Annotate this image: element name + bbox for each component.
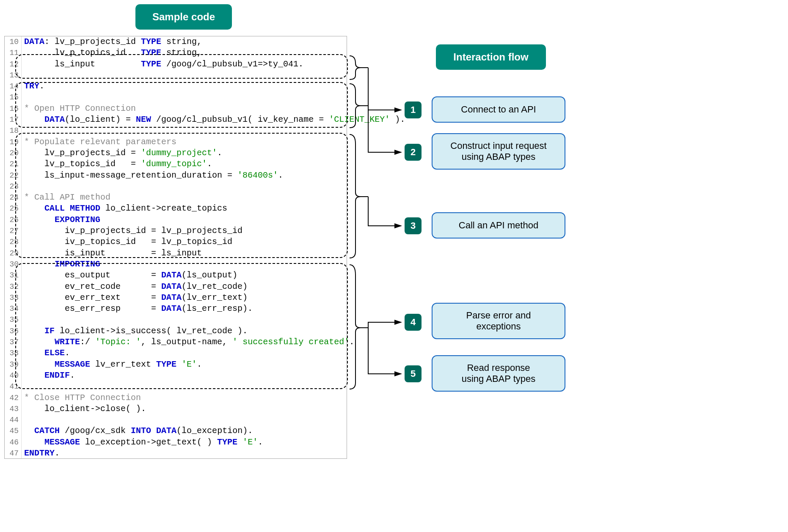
step-badge-4: 4 — [405, 314, 422, 331]
flow-step-2-label: Construct input request using ABAP types — [450, 140, 546, 162]
step-badge-3: 3 — [405, 217, 422, 234]
flow-step-5-label: Read response using ABAP types — [462, 362, 536, 384]
flow-step-4: Parse error and exceptions — [432, 303, 565, 339]
flow-step-4-label: Parse error and exceptions — [466, 310, 531, 332]
step-badge-2: 2 — [405, 144, 422, 161]
flow-step-2: Construct input request using ABAP types — [432, 133, 565, 170]
flow-step-1: Connect to an API — [432, 96, 565, 123]
line-number-gutter: 1011121314151617181920212223242526272829… — [5, 36, 22, 458]
flow-step-3: Call an API method — [432, 212, 565, 239]
step-badge-1: 1 — [405, 101, 422, 118]
code-content: DATA: lv_p_projects_id TYPE string, lv_p… — [22, 36, 405, 459]
code-editor: 1011121314151617181920212223242526272829… — [4, 36, 347, 459]
sample-code-label: Sample code — [135, 4, 232, 30]
flow-step-1-label: Connect to an API — [461, 104, 536, 115]
interaction-flow-label: Interaction flow — [436, 44, 546, 70]
step-badge-5: 5 — [405, 365, 422, 382]
flow-step-5: Read response using ABAP types — [432, 355, 565, 392]
flow-step-3-label: Call an API method — [459, 220, 538, 231]
